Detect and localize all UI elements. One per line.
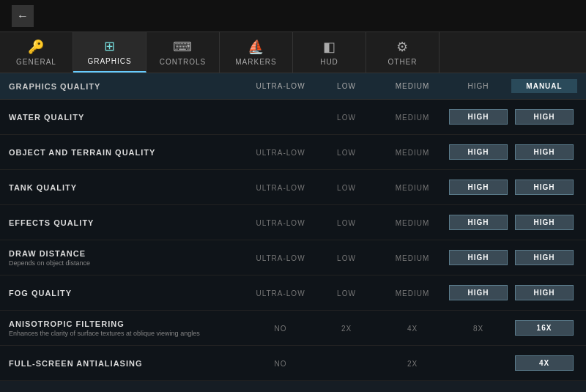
setting-info-2: TANK QUALITY	[9, 183, 248, 192]
col-5-high: HIGH	[445, 285, 511, 300]
col-4-manual: HIGH	[511, 250, 577, 265]
table-row: EFFECTS QUALITYULTRA-LOWLOWMEDIUMHIGHHIG…	[0, 205, 586, 240]
col-0-medium: MEDIUM	[379, 110, 445, 125]
col-2-medium: MEDIUM	[379, 180, 445, 195]
table-row: OBJECT AND TERRAIN QUALITYULTRA-LOWLOWME…	[0, 135, 586, 170]
col-3-ultralow: ULTRA-LOW	[248, 215, 314, 230]
setting-info-4: DRAW DISTANCEDepends on object distance	[9, 249, 248, 267]
col-4-high: HIGH	[445, 250, 511, 265]
btn-aniso-4X[interactable]: 4X	[383, 322, 442, 336]
quality-col-manual[interactable]: MANUAL	[511, 79, 577, 93]
tab-markers[interactable]: ⛵ MARKERS	[220, 32, 293, 73]
back-button[interactable]: ←	[12, 5, 34, 27]
btn-5-ultralow[interactable]: ULTRA-LOW	[251, 286, 310, 300]
btn-aniso-NO[interactable]: NO	[251, 322, 310, 336]
col-4-low: LOW	[314, 251, 379, 265]
tab-general[interactable]: 🔑 GENERAL	[0, 32, 73, 73]
table-row: WATER QUALITYLOWMEDIUMHIGHHIGH	[0, 100, 586, 135]
general-icon: 🔑	[28, 39, 45, 55]
col-aniso-NO: NO	[248, 321, 314, 336]
setting-name-3: EFFECTS QUALITY	[9, 218, 248, 227]
btn-1-ultralow[interactable]: ULTRA-LOW	[251, 146, 310, 160]
setting-name-6: ANISOTROPIC FILTERING	[9, 319, 248, 328]
btn-3-low[interactable]: LOW	[317, 216, 376, 230]
btn-aniso-16X[interactable]: 16X	[515, 320, 574, 336]
btn-5-low[interactable]: LOW	[317, 286, 376, 300]
tab-label-markers: MARKERS	[235, 58, 276, 66]
btn-1-medium[interactable]: MEDIUM	[383, 146, 442, 160]
btn-3-high[interactable]: HIGH	[449, 215, 508, 230]
tab-controls[interactable]: ⌨ CONTROLS	[146, 32, 220, 73]
btn-fs-4X[interactable]: 4X	[515, 355, 574, 371]
graphics-quality-label: GRAPHICS QUALITY	[9, 82, 248, 91]
btn-4-selected[interactable]: HIGH	[515, 250, 574, 265]
quality-col-low[interactable]: LOW	[314, 82, 379, 90]
setting-name-4: DRAW DISTANCE	[9, 249, 248, 258]
btn-4-ultralow[interactable]: ULTRA-LOW	[251, 251, 310, 265]
tab-hud[interactable]: ◧ HUD	[293, 32, 366, 73]
btn-fs-NO[interactable]: NO	[251, 357, 310, 371]
col-aniso-8X: 8X	[445, 321, 511, 336]
btn-2-high[interactable]: HIGH	[449, 180, 508, 195]
hud-icon: ◧	[323, 39, 336, 55]
btn-5-high[interactable]: HIGH	[449, 285, 508, 300]
title-bar: ←	[0, 0, 586, 32]
btn-aniso-2X[interactable]: 2X	[317, 322, 376, 336]
setting-name-5: FOG QUALITY	[9, 289, 248, 297]
quality-col-high[interactable]: HIGH	[445, 82, 511, 90]
setting-name-7: FULL-SCREEN ANTIALIASING	[9, 359, 248, 368]
btn-2-ultralow[interactable]: ULTRA-LOW	[251, 181, 310, 195]
col-4-medium: MEDIUM	[379, 251, 445, 265]
btn-4-low[interactable]: LOW	[317, 251, 376, 265]
setting-info-0: WATER QUALITY	[9, 113, 248, 122]
btn-3-medium[interactable]: MEDIUM	[383, 216, 442, 230]
col-1-ultralow: ULTRA-LOW	[248, 145, 314, 160]
col-2-ultralow: ULTRA-LOW	[248, 180, 314, 195]
setting-info-7: FULL-SCREEN ANTIALIASING	[9, 359, 248, 368]
btn-3-selected[interactable]: HIGH	[515, 215, 574, 230]
btn-aniso-8X[interactable]: 8X	[449, 322, 508, 336]
btn-1-high[interactable]: HIGH	[449, 144, 508, 160]
tab-label-controls: CONTROLS	[160, 58, 207, 66]
col-2-low: LOW	[314, 180, 379, 195]
table-row: FOG QUALITYULTRA-LOWLOWMEDIUMHIGHHIGH	[0, 275, 586, 311]
quality-col-ultralow[interactable]: ULTRA-LOW	[248, 82, 314, 90]
col-1-medium: MEDIUM	[379, 145, 445, 160]
btn-2-medium[interactable]: MEDIUM	[383, 181, 442, 195]
btn-1-low[interactable]: LOW	[317, 146, 376, 160]
graphics-icon: ⊞	[104, 38, 116, 54]
graphics-quality-header: GRAPHICS QUALITYULTRA-LOWLOWMEDIUMHIGHMA…	[0, 73, 586, 100]
tab-other[interactable]: ⚙ OTHER	[366, 32, 440, 73]
tab-label-hud: HUD	[320, 58, 338, 66]
btn-1-selected[interactable]: HIGH	[515, 144, 574, 160]
btn-fs-2X[interactable]: 2X	[383, 357, 442, 371]
btn-0-high[interactable]: HIGH	[449, 109, 508, 125]
btn-2-selected[interactable]: HIGH	[515, 180, 574, 195]
col-5-medium: MEDIUM	[379, 286, 445, 300]
btn-0-selected[interactable]: HIGH	[515, 109, 574, 125]
col-3-manual: HIGH	[511, 215, 577, 230]
btn-0-low[interactable]: LOW	[317, 111, 376, 125]
setting-name-2: TANK QUALITY	[9, 183, 248, 192]
btn-2-low[interactable]: LOW	[317, 181, 376, 195]
table-row: FULL-SCREEN ANTIALIASINGNO2X4X	[0, 346, 586, 381]
col-5-manual: HIGH	[511, 285, 577, 300]
col-3-medium: MEDIUM	[379, 215, 445, 230]
btn-4-high[interactable]: HIGH	[449, 250, 508, 265]
col-aniso-4X: 4X	[379, 321, 445, 336]
btn-3-ultralow[interactable]: ULTRA-LOW	[251, 216, 310, 230]
col-fs-2: 2X	[379, 356, 445, 371]
setting-sub-6: Enhances the clarity of surface textures…	[9, 330, 248, 337]
btn-5-selected[interactable]: HIGH	[515, 285, 574, 300]
tab-graphics[interactable]: ⊞ GRAPHICS	[73, 32, 146, 73]
quality-col-medium[interactable]: MEDIUM	[379, 82, 445, 90]
btn-5-medium[interactable]: MEDIUM	[383, 286, 442, 300]
col-3-high: HIGH	[445, 215, 511, 230]
setting-sub-4: Depends on object distance	[9, 259, 248, 267]
settings-content: GRAPHICS QUALITYULTRA-LOWLOWMEDIUMHIGHMA…	[0, 73, 586, 392]
col-aniso-2X: 2X	[314, 321, 379, 336]
btn-4-medium[interactable]: MEDIUM	[383, 251, 442, 265]
setting-name-1: OBJECT AND TERRAIN QUALITY	[9, 148, 248, 157]
setting-info-6: ANISOTROPIC FILTERINGEnhances the clarit…	[9, 319, 248, 337]
btn-0-medium[interactable]: MEDIUM	[383, 111, 442, 125]
